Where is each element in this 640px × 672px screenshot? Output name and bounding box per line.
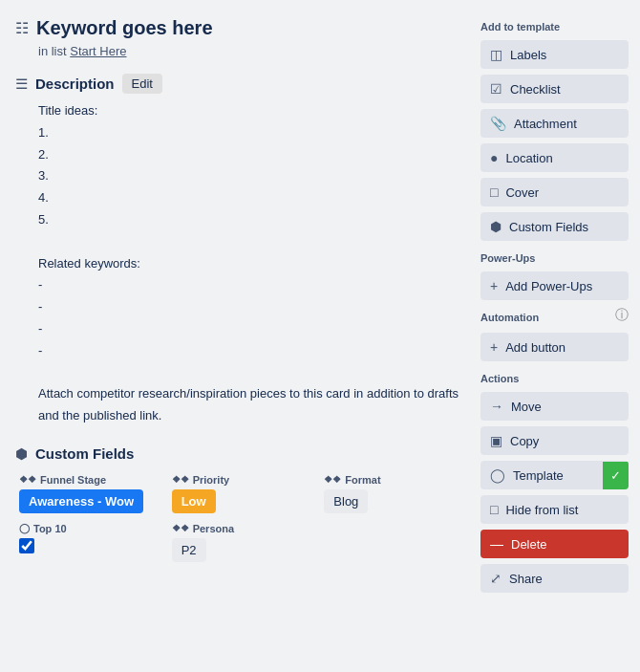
description-edit-button[interactable]: Edit	[122, 74, 162, 94]
description-icon: ☰	[15, 76, 28, 93]
cf-format: ❖❖ Format Blog	[324, 474, 465, 513]
sidebar: Add to template ◫ Labels ☑ Checklist 📎 A…	[480, 15, 629, 657]
template-check-button[interactable]: ✓	[603, 462, 629, 489]
share-label: Share	[509, 572, 543, 586]
template-button[interactable]: ◯ Template	[480, 461, 603, 489]
cf-funnel-icon: ❖❖	[19, 474, 36, 485]
cf-priority-label: ❖❖ Priority	[172, 474, 313, 486]
move-button[interactable]: → Move	[480, 392, 629, 421]
cf-icon: ⬢	[15, 445, 28, 463]
add-power-ups-label: Add Power-Ups	[505, 279, 592, 293]
cf-top10-icon: ◯	[19, 523, 30, 533]
card-modal: ☷ Keyword goes here in list Start Here ☰…	[0, 0, 640, 672]
cf-format-label: ❖❖ Format	[324, 474, 465, 486]
description-section: ☰ Description Edit Title ideas: 1. 2. 3.…	[15, 74, 465, 426]
cover-icon: □	[490, 184, 498, 200]
template-check-icon: ✓	[610, 468, 621, 483]
card-title: Keyword goes here	[36, 15, 213, 40]
main-content: ☷ Keyword goes here in list Start Here ☰…	[15, 15, 465, 657]
desc-line-1: Title ideas:	[38, 101, 465, 121]
attachment-button[interactable]: 📎 Attachment	[480, 109, 629, 138]
desc-line-4: 3.	[38, 166, 465, 186]
cf-priority-icon: ❖❖	[172, 474, 189, 485]
cf-header: ⬢ Custom Fields	[15, 445, 465, 463]
delete-button[interactable]: ― Delete	[480, 530, 629, 558]
cf-priority: ❖❖ Priority Low	[172, 474, 313, 513]
custom-fields-button[interactable]: ⬢ Custom Fields	[480, 212, 629, 241]
cf-title: Custom Fields	[35, 445, 134, 462]
cf-funnel-stage: ❖❖ Funnel Stage Awareness - Wow	[19, 474, 160, 513]
cf-persona-text: Persona	[193, 523, 234, 534]
share-icon: ⤢	[490, 571, 501, 586]
desc-line-11: -	[38, 319, 465, 339]
add-power-ups-button[interactable]: + Add Power-Ups	[480, 271, 629, 300]
desc-line-2: 1.	[38, 123, 465, 143]
cf-persona-icon: ❖❖	[172, 523, 189, 533]
checklist-button[interactable]: ☑ Checklist	[480, 75, 629, 103]
desc-line-12: -	[38, 341, 465, 361]
move-icon: →	[490, 399, 503, 414]
labels-button[interactable]: ◫ Labels	[480, 40, 629, 69]
template-row: ◯ Template ✓	[480, 461, 629, 489]
custom-fields-section: ⬢ Custom Fields ❖❖ Funnel Stage Awarenes…	[15, 445, 465, 562]
labels-icon: ◫	[490, 47, 502, 62]
desc-line-9: -	[38, 275, 465, 295]
desc-line-10: -	[38, 297, 465, 317]
desc-line-7	[38, 232, 465, 252]
copy-icon: ▣	[490, 433, 502, 448]
cf-priority-value[interactable]: Low	[172, 489, 216, 513]
add-button-icon: +	[490, 339, 498, 355]
template-label: Template	[513, 468, 564, 483]
cf-funnel-stage-label: ❖❖ Funnel Stage	[19, 474, 160, 486]
add-button-button[interactable]: + Add button	[480, 333, 629, 361]
location-button[interactable]: ● Location	[480, 143, 629, 172]
copy-button[interactable]: ▣ Copy	[480, 426, 629, 455]
copy-label: Copy	[510, 434, 539, 448]
card-title-area: ☷ Keyword goes here	[15, 15, 465, 40]
cf-persona-value[interactable]: P2	[172, 538, 206, 562]
location-icon: ●	[490, 150, 498, 165]
add-power-ups-icon: +	[490, 278, 498, 293]
automation-row: Automation ⓘ	[480, 306, 629, 325]
delete-label: Delete	[511, 537, 547, 552]
info-icon[interactable]: ⓘ	[615, 307, 629, 324]
cf-persona: ❖❖ Persona P2	[172, 523, 313, 562]
labels-label: Labels	[510, 48, 546, 62]
location-label: Location	[505, 151, 552, 165]
cf-priority-text: Priority	[193, 474, 230, 486]
hide-from-list-label: Hide from list	[505, 503, 578, 517]
cf-format-icon: ❖❖	[324, 474, 341, 485]
checklist-label: Checklist	[510, 82, 561, 97]
description-header: ☰ Description Edit	[15, 74, 465, 94]
attachment-label: Attachment	[514, 117, 577, 131]
desc-line-15: and the published link.	[38, 406, 465, 426]
cf-top10-checkbox[interactable]	[19, 538, 34, 553]
cf-format-text: Format	[345, 474, 380, 486]
custom-fields-sidebar-label: Custom Fields	[509, 220, 588, 234]
cf-funnel-stage-value[interactable]: Awareness - Wow	[19, 489, 143, 513]
cf-top10-text: Top 10	[33, 523, 67, 534]
custom-fields-sidebar-icon: ⬢	[490, 219, 501, 234]
automation-label: Automation	[480, 312, 539, 323]
cf-format-value[interactable]: Blog	[324, 489, 368, 513]
cf-top10-label: ◯ Top 10	[19, 523, 160, 534]
add-button-label: Add button	[505, 340, 565, 355]
delete-icon: ―	[490, 536, 503, 552]
actions-label: Actions	[480, 373, 629, 384]
template-icon: ◯	[490, 467, 505, 483]
move-label: Move	[511, 400, 542, 414]
cover-button[interactable]: □ Cover	[480, 178, 629, 206]
description-title: Description	[35, 76, 115, 92]
desc-line-5: 4.	[38, 188, 465, 208]
attachment-icon: 📎	[490, 116, 506, 131]
add-to-template-label: Add to template	[480, 21, 629, 33]
cover-label: Cover	[505, 185, 539, 200]
hide-icon: □	[490, 502, 498, 517]
card-subtitle: in list Start Here	[38, 44, 465, 58]
desc-line-8: Related keywords:	[38, 254, 465, 274]
share-button[interactable]: ⤢ Share	[480, 564, 629, 593]
hide-from-list-button[interactable]: □ Hide from list	[480, 495, 629, 524]
card-icon: ☷	[15, 19, 29, 37]
list-link[interactable]: Start Here	[70, 44, 126, 58]
desc-line-14: Attach competitor research/inspiration p…	[38, 384, 465, 404]
